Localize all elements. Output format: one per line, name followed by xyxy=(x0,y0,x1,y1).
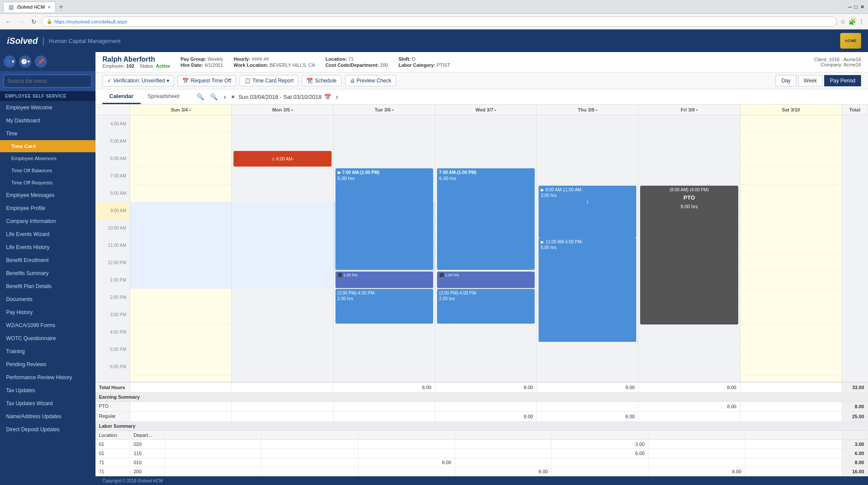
sidebar-item-name-address[interactable]: Name/Address Updates xyxy=(0,410,95,423)
thu-afternoon-event[interactable]: ▶ 11:00 AM-5:00 PM- 6.00 hrs xyxy=(539,238,636,342)
sidebar-search-input[interactable] xyxy=(3,75,92,88)
tue-break-event[interactable]: ⬛ 1.00 hrs xyxy=(335,272,433,288)
sidebar-item-employee-messages[interactable]: Employee Messages xyxy=(0,189,95,202)
mon-slot-11am xyxy=(232,237,333,254)
sidebar-item-time-off-balances[interactable]: Time Off Balances xyxy=(0,164,95,177)
sidebar-item-my-dashboard[interactable]: My Dashboard xyxy=(0,114,95,127)
view-pay-period-btn[interactable]: Pay Period xyxy=(824,75,861,86)
regular-total: 25.00 xyxy=(842,412,868,421)
maximize-icon[interactable]: □ xyxy=(855,4,858,10)
tue-main-event[interactable]: ▶ 7:00 AM-(1:00 PM) 6.00 hrs xyxy=(335,168,433,270)
sidebar-item-direct-deposit[interactable]: Direct Deposit Updates xyxy=(0,423,95,436)
new-tab-btn[interactable]: + xyxy=(59,3,63,11)
sidebar-item-performance-review[interactable]: Performance Review History xyxy=(0,371,95,384)
forward-btn[interactable]: → xyxy=(16,17,26,26)
sidebar-item-employee-welcome[interactable]: Employee Welcome xyxy=(0,101,95,114)
preview-check-btn[interactable]: 🖨 Preview Check xyxy=(345,75,396,86)
sidebar-item-employee-profile[interactable]: Employee Profile xyxy=(0,202,95,215)
time-7am: 7:00 AM xyxy=(95,167,130,185)
verification-btn[interactable]: ✓ Verification: Unverified ▾ xyxy=(102,75,174,86)
browser-tab[interactable]: 🏢 iSolved HCM ✕ xyxy=(3,2,56,12)
labor-tue-hdr xyxy=(358,431,455,439)
menu-icon[interactable]: ⋮ xyxy=(858,18,865,25)
pto-total: 8.00 xyxy=(842,402,868,411)
sidebar-item-time-card[interactable]: Time Card xyxy=(0,140,95,152)
minimize-icon[interactable]: ─ xyxy=(848,4,852,10)
tue-slot-5pm xyxy=(334,341,435,358)
zoom-out-btn[interactable]: 🔍 xyxy=(195,93,206,100)
thu-slot-5pm xyxy=(537,341,638,358)
schedule-btn[interactable]: 📆 Schedule xyxy=(302,75,341,86)
sidebar-item-documents[interactable]: Documents xyxy=(0,293,95,306)
tue-afternoon-event[interactable]: (2:00 PM)-4:00 PM- 2.00 hrs xyxy=(335,289,433,324)
sidebar-item-time-off-requests[interactable]: Time Off Requests xyxy=(0,177,95,189)
sat-slot-4pm xyxy=(740,324,842,341)
fri-pto-event[interactable]: (8:00 AM) (4:00 PM) PTO 8.00 hrs xyxy=(640,186,738,324)
zoom-in-btn[interactable]: 🔍 xyxy=(208,93,219,100)
mon-alert-event[interactable]: ⚠ 6:00 AM- xyxy=(233,151,331,167)
sidebar-item-time[interactable]: Time xyxy=(0,127,95,140)
wed-break-event[interactable]: ⬛ 1.00 hrs xyxy=(437,272,535,288)
sidebar-item-company-information[interactable]: Company Information xyxy=(0,215,95,228)
total-hours-sat xyxy=(740,383,842,392)
sidebar-item-life-events-wizard[interactable]: Life Events Wizard xyxy=(0,228,95,241)
regular-sun xyxy=(130,412,232,421)
url-bar[interactable]: 🔒 https://myisolved.com/default.aspx xyxy=(42,16,837,27)
tab-spreadsheet[interactable]: Spreadsheet xyxy=(141,89,187,104)
tab-calendar[interactable]: Calendar xyxy=(102,89,141,104)
request-time-off-btn[interactable]: 📅 Request Time Off xyxy=(178,75,236,86)
date-range-text: Sun 03/04/2018 - Sat 03/10/2018 xyxy=(238,94,322,100)
tue-event1-time: ▶ 7:00 AM-(1:00 PM) xyxy=(338,170,431,175)
date-picker-icon[interactable]: 📅 xyxy=(324,94,331,100)
sidebar-item-life-events-history[interactable]: Life Events History xyxy=(0,241,95,254)
refresh-btn[interactable]: ↻ xyxy=(30,17,38,26)
time-3pm: 3:00 PM xyxy=(95,306,130,324)
sidebar-item-tax-updates-wizard[interactable]: Tax Updates Wizard xyxy=(0,397,95,410)
fri-slot-5am xyxy=(638,133,740,150)
preview-check-label: Preview Check xyxy=(357,78,391,84)
clock-icon-btn[interactable]: 🕐▾ xyxy=(19,56,31,68)
location-label: Location: xyxy=(326,56,347,62)
request-time-off-label: Request Time Off xyxy=(191,78,231,84)
sidebar-item-employee-absences[interactable]: Employee Absences xyxy=(0,152,95,164)
fri-slot-7am xyxy=(638,167,740,185)
labor-wed-3 xyxy=(455,458,552,467)
thu-slot-8am: ▶ 8:00 AM-11:00 AM- 3.00 hrs ↑ xyxy=(537,185,638,202)
sidebar-item-wotc[interactable]: WOTC Questionnaire xyxy=(0,332,95,345)
pin-icon-btn[interactable]: 📌 xyxy=(35,56,47,68)
sidebar-item-benefit-plan-details[interactable]: Benefit Plan Details xyxy=(0,280,95,293)
bookmark-star-icon[interactable]: ☆ xyxy=(840,18,846,25)
sidebar-item-pay-history[interactable]: Pay History xyxy=(0,306,95,319)
sidebar-item-benefit-enrollment[interactable]: Benefit Enrollment xyxy=(0,254,95,267)
sidebar-item-tax-updates[interactable]: Tax Updates xyxy=(0,384,95,397)
view-day-btn[interactable]: Day xyxy=(776,75,796,86)
view-week-btn[interactable]: Week xyxy=(798,75,822,86)
thu-morning-event[interactable]: ▶ 8:00 AM-11:00 AM- 3.00 hrs ↑ xyxy=(539,186,636,238)
sidebar-item-training[interactable]: Training xyxy=(0,345,95,358)
time-card-report-btn[interactable]: 📋 Time Card Report xyxy=(240,75,299,86)
back-btn[interactable]: ← xyxy=(3,17,13,26)
user-icon-btn[interactable]: 👤▾ xyxy=(3,56,16,68)
wed-event1-hrs: 6.00 hrs xyxy=(439,175,533,181)
sidebar-item-pending-reviews[interactable]: Pending Reviews xyxy=(0,358,95,371)
sidebar-top: 👤▾ 🕐▾ 📌 xyxy=(0,52,95,71)
labor-mon-4 xyxy=(262,467,358,476)
client-info: Client: 1016 - Acme16 Company: Acme16 xyxy=(814,57,861,67)
close-icon[interactable]: ✕ xyxy=(860,4,865,10)
sidebar-item-w2-forms[interactable]: W2/ACA/1099 Forms xyxy=(0,319,95,332)
extensions-icon[interactable]: 🧩 xyxy=(848,18,856,25)
hourly-meta: Hourly: ####.## xyxy=(233,56,315,62)
total-slot-7am xyxy=(842,167,868,185)
mon-slot-7am xyxy=(232,167,333,185)
wed-slot-7am: 7:00 AM-(1:00 PM) 6.00 hrs xyxy=(435,167,536,185)
next-btn[interactable]: › xyxy=(334,92,340,102)
mon-slot-9am xyxy=(232,202,333,220)
tab-close-btn[interactable]: ✕ xyxy=(47,5,51,10)
wed-afternoon-event[interactable]: (2:00 PM)-4:00 PM- 2.00 hrs xyxy=(437,289,535,324)
prev-btn[interactable]: ‹ xyxy=(222,92,228,102)
wed-main-event[interactable]: 7:00 AM-(1:00 PM) 6.00 hrs xyxy=(437,168,535,270)
day-col-mon: ⚠ 6:00 AM- xyxy=(232,115,333,382)
logo-divider: | xyxy=(42,36,44,46)
labor-summary-label: Labor Summary xyxy=(99,423,135,429)
sidebar-item-benefits-summary[interactable]: Benefits Summary xyxy=(0,267,95,280)
